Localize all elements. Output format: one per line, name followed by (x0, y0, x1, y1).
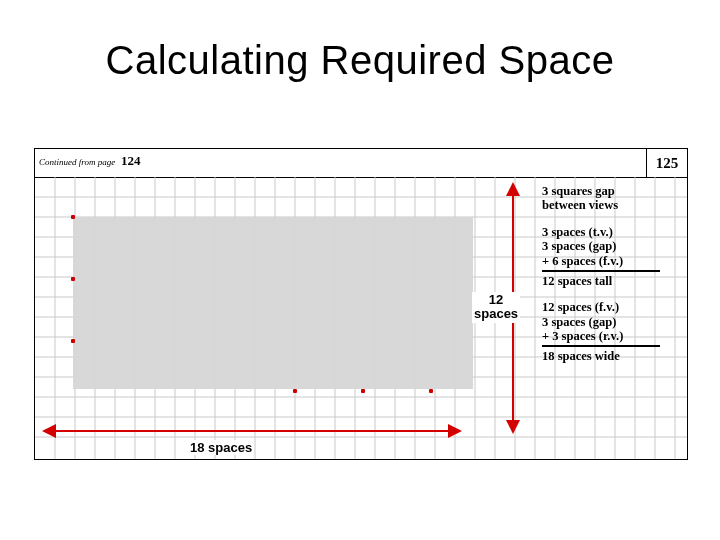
tick-icon (429, 389, 433, 393)
tick-icon (71, 215, 75, 219)
horizontal-dimension-arrow (52, 430, 452, 432)
tick-icon (71, 339, 75, 343)
continued-from-label: Continued from page (39, 157, 115, 167)
horizontal-dimension-label: 18 spaces (190, 440, 252, 455)
tick-icon (293, 389, 297, 393)
note-block-tall: 3 spaces (t.v.) 3 spaces (gap) + 6 space… (542, 225, 690, 289)
tick-icon (71, 277, 75, 281)
handwritten-notes: 3 squares gap between views 3 spaces (t.… (542, 184, 690, 376)
tick-icon (361, 389, 365, 393)
page-number-box: 125 (646, 149, 687, 177)
note-block-gap: 3 squares gap between views (542, 184, 690, 213)
continued-from-page: 124 (121, 153, 141, 169)
sum-rule-icon (542, 345, 660, 347)
shaded-block (73, 217, 473, 389)
sum-rule-icon (542, 270, 660, 272)
notebook-header: Continued from page 124 125 (35, 149, 687, 178)
note-block-wide: 12 spaces (f.v.) 3 spaces (gap) + 3 spac… (542, 300, 690, 364)
page-title: Calculating Required Space (0, 38, 720, 83)
vertical-dimension-label: 12spaces (472, 292, 520, 323)
